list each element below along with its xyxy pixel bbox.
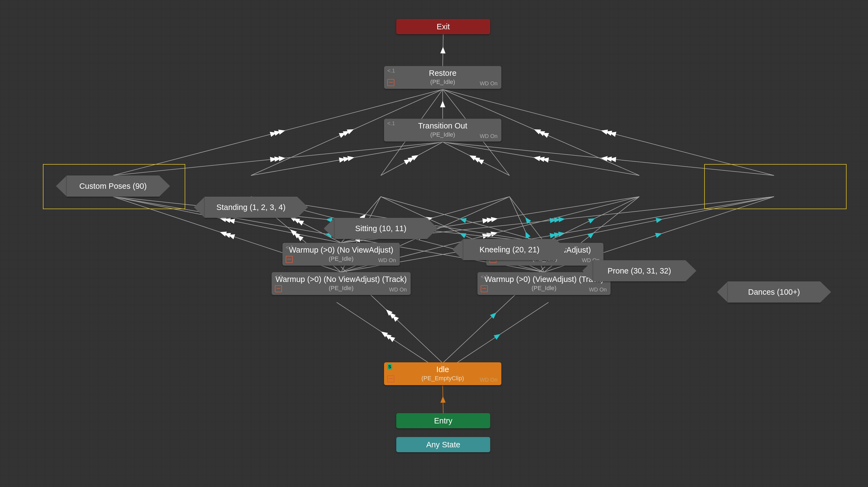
transition-triple[interactable]: [443, 142, 774, 176]
transition-arrow-icon: [494, 334, 500, 339]
transition-count-badge: <.1: [481, 274, 488, 280]
transition-arrow-icon: [297, 235, 304, 241]
node-any[interactable]: Any State: [396, 437, 490, 452]
transition-triple[interactable]: [337, 302, 438, 369]
transition-arrow-icon: [228, 235, 235, 239]
transition-arrow-icon: [408, 157, 415, 163]
node-prone[interactable]: Prone (30, 31, 32): [582, 260, 696, 281]
transition-count-badge: <.1: [387, 68, 395, 74]
transition-triple[interactable]: [113, 142, 443, 176]
node-exit[interactable]: Exit: [396, 19, 490, 34]
transition-entry[interactable]: [443, 386, 443, 413]
transition-arrow-icon: [477, 159, 484, 164]
write-defaults-badge: WD On: [389, 286, 407, 293]
transition-arrow-icon: [588, 218, 595, 223]
node-sitting[interactable]: Sitting (10, 11): [324, 218, 438, 239]
node-label: Any State: [426, 440, 460, 449]
transition-arrow-icon: [384, 334, 391, 339]
animator-graph-canvas[interactable]: ExitEntryAny StateRestore(PE_Idle)WD On<…: [0, 0, 868, 487]
transition-arrow-icon: [538, 157, 545, 162]
transition-arrow-icon: [404, 159, 411, 164]
transition-arrow-icon: [610, 157, 616, 162]
transition-single_cy[interactable]: [447, 302, 549, 369]
motion-clip-icon: [481, 285, 488, 292]
transition-arrow-icon: [389, 312, 396, 318]
transition-arrow-icon: [558, 232, 565, 237]
transition-triple[interactable]: [381, 142, 443, 176]
node-idle[interactable]: Idle(PE_EmptyClip)WD OnS: [384, 362, 501, 385]
transition-arrow-icon: [278, 129, 285, 135]
transition-arrow-icon: [339, 133, 346, 138]
node-trans_out[interactable]: Transition Out(PE_Idle)WD On<.1: [384, 119, 501, 142]
transition-arrow-icon: [293, 232, 300, 239]
node-kneeling[interactable]: Kneeling (20, 21): [453, 239, 566, 260]
transition-arrow-icon: [347, 156, 354, 161]
transition-arrow-icon: [605, 156, 612, 162]
transition-arrow-icon: [554, 218, 561, 223]
transition-arrow-icon: [386, 309, 393, 315]
submachine-label: Custom Poses (90): [67, 176, 159, 196]
write-defaults-badge: WD On: [378, 257, 396, 264]
transition-arrow-icon: [460, 233, 467, 238]
transition-arrow-icon: [558, 217, 565, 222]
node-custom[interactable]: Custom Poses (90): [56, 176, 170, 196]
transition-arrow-icon: [274, 156, 281, 162]
transition-arrow-icon: [490, 312, 496, 318]
node-warm_nva_t[interactable]: Warmup (>0) (No ViewAdjust) (Track)(PE_I…: [272, 272, 411, 295]
submachine-label: Kneeling (20, 21): [463, 239, 556, 260]
node-title: Warmup (>0) (No ViewAdjust): [282, 245, 400, 255]
motion-clip-icon: [286, 256, 293, 263]
transition-arrow-icon: [554, 233, 561, 238]
node-standing[interactable]: Standing (1, 2, 3, 4): [194, 196, 308, 218]
transition-arrow-icon: [656, 218, 662, 223]
transition-arrow-icon: [550, 233, 557, 238]
transition-count-badge: <.1: [387, 120, 395, 127]
transition-arrow-icon: [482, 234, 489, 239]
transition-single_cy[interactable]: [545, 196, 639, 243]
write-defaults-badge: WD On: [479, 133, 498, 139]
transition-triple[interactable]: [443, 142, 509, 176]
transition-arrow-icon: [343, 157, 350, 162]
transition-arrow-icon: [228, 219, 235, 224]
node-restore[interactable]: Restore(PE_Idle)WD On<.1: [384, 66, 501, 89]
transition-arrow-icon: [473, 157, 480, 162]
transition-arrow-icon: [655, 233, 662, 238]
transition-arrow-icon: [482, 218, 489, 223]
write-defaults-badge: WD On: [479, 81, 498, 87]
node-warm_nva[interactable]: Warmup (>0) (No ViewAdjust)(PE_Idle)WD O…: [282, 243, 400, 266]
transition-arrow-icon: [460, 218, 467, 223]
transition-arrow-icon: [224, 218, 230, 223]
transition-arrow-icon: [274, 131, 281, 136]
transition-arrow-icon: [279, 156, 285, 161]
transition-triple[interactable]: [443, 142, 639, 176]
transition-arrow-icon: [381, 332, 388, 337]
transition-arrow-icon: [224, 233, 231, 238]
node-entry[interactable]: Entry: [396, 413, 490, 428]
transition-arrow-icon: [347, 129, 354, 134]
write-defaults-badge: WD On: [479, 377, 498, 383]
transition-arrow-icon: [587, 233, 594, 239]
transition-arrow-icon: [339, 157, 346, 163]
transition-arrow-icon: [550, 218, 557, 223]
transition-arrow-icon: [220, 232, 227, 237]
transition-arrow-icon: [538, 131, 545, 136]
transition-single_cy[interactable]: [545, 196, 774, 243]
transition-arrow-icon: [270, 157, 277, 162]
transition-arrow-icon: [270, 132, 277, 137]
transition-arrow-icon: [525, 217, 531, 224]
transition-arrow-icon: [542, 133, 549, 138]
transition-arrow-icon: [487, 218, 494, 223]
selection-box: [704, 164, 846, 209]
submachine-label: Sitting (10, 11): [335, 218, 427, 239]
transition-arrow-icon: [290, 230, 297, 236]
submachine-label: Standing (1, 2, 3, 4): [205, 196, 297, 218]
transition-arrow-icon: [534, 129, 541, 134]
transition-arrow-icon: [601, 156, 608, 161]
transition-single_cy[interactable]: [509, 196, 545, 243]
write-defaults-badge: WD On: [589, 286, 607, 293]
transition-arrow-icon: [491, 232, 498, 237]
motion-clip-icon: [387, 79, 394, 86]
node-dances[interactable]: Dances (100+): [717, 281, 831, 303]
transition-triple[interactable]: [251, 142, 443, 176]
transition-arrow-icon: [389, 336, 395, 342]
